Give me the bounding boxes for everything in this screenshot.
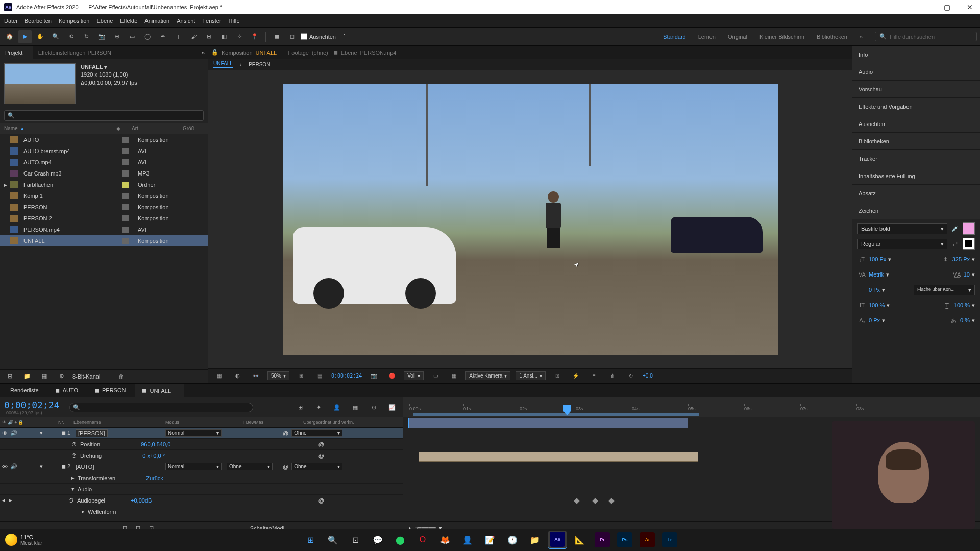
panel-info[interactable]: Info <box>852 46 980 63</box>
menu-effekte[interactable]: Effekte <box>120 18 137 24</box>
twirl-icon[interactable]: ▾ <box>40 463 43 470</box>
project-item[interactable]: AUTO bremst.mp4AVI <box>0 145 208 157</box>
motion-blur-icon[interactable]: ⊙ <box>367 400 380 414</box>
app-icon[interactable]: 👤 <box>458 531 477 549</box>
menu-animation[interactable]: Animation <box>144 18 169 24</box>
twirl-icon[interactable]: ▾ <box>40 430 43 436</box>
alpha-toggle-icon[interactable]: ▦ <box>212 369 226 383</box>
keyframe-nav-prev[interactable]: ◂ <box>2 497 5 504</box>
parent-dropdown[interactable]: Ohne▾ <box>291 463 342 470</box>
header-num[interactable]: Nr. <box>58 420 74 425</box>
resolution-dropdown[interactable]: Voll ▾ <box>404 371 424 380</box>
pickwhip-icon[interactable]: @ <box>318 453 324 459</box>
twirl-icon[interactable]: ▸ <box>82 508 85 515</box>
flowchart-back-icon[interactable]: ‹ <box>240 62 241 67</box>
workspace-more[interactable]: » <box>860 34 863 40</box>
app-icon[interactable]: 📐 <box>571 531 589 549</box>
transparency-icon[interactable]: ▦ <box>447 369 460 383</box>
leading-value[interactable]: 325 Px <box>952 256 970 262</box>
twirl-icon[interactable]: ▸ <box>4 182 10 188</box>
shy-icon[interactable]: 👤 <box>330 400 344 414</box>
snapshot-icon[interactable]: 📷 <box>367 369 380 383</box>
eye-icon[interactable]: 👁 <box>2 430 9 436</box>
vscale-value[interactable]: 100 % <box>869 302 885 308</box>
hand-tool[interactable]: ✋ <box>34 30 47 43</box>
project-item[interactable]: UNFALLKomposition <box>0 235 208 246</box>
pan-behind-tool[interactable]: ⊕ <box>110 30 124 43</box>
explorer-icon[interactable]: 📁 <box>526 531 544 549</box>
rotate-tool[interactable]: ↻ <box>80 30 93 43</box>
project-item[interactable]: PERSON.mp4AVI <box>0 224 208 235</box>
photoshop-icon[interactable]: Ps <box>616 531 634 549</box>
stroke-width-value[interactable]: 0 Px <box>869 287 880 293</box>
stroke-mode-dropdown[interactable]: Fläche über Kon...▾ <box>914 285 975 295</box>
footage-tab-label[interactable]: Footage <box>288 49 309 56</box>
lock-header-icon[interactable]: 🔒 <box>18 420 23 425</box>
pickwhip-icon[interactable]: @ <box>283 430 288 436</box>
layer-tab-label[interactable]: Ebene <box>341 49 357 56</box>
draft3d-icon[interactable]: ✦ <box>312 400 325 414</box>
blend-mode-dropdown[interactable]: Normal▾ <box>165 463 222 470</box>
project-search-input[interactable]: 🔍 <box>4 110 204 121</box>
bit-depth[interactable]: 8-Bit-Kanal <box>72 373 100 380</box>
grid-icon[interactable]: ⊞ <box>295 369 308 383</box>
property-waveform[interactable]: ▸ Wellenform <box>0 506 403 517</box>
property-transform[interactable]: ▸ Transformieren Zurück <box>0 472 403 484</box>
task-view-button[interactable]: ⊡ <box>346 531 364 549</box>
menu-bearbeiten[interactable]: Bearbeiten <box>24 18 52 24</box>
teams-icon[interactable]: 💬 <box>369 531 387 549</box>
keyframe-nav-next[interactable]: ▸ <box>9 497 12 504</box>
project-item[interactable]: PERSON 2Komposition <box>0 213 208 224</box>
layer-row-auto[interactable]: 👁🔊▾ ◼ 2 [AUTO] Normal▾ Ohne▾ @ Ohne▾ <box>0 461 403 472</box>
header-size[interactable]: Größ <box>183 126 194 131</box>
twirl-icon[interactable]: ▸ <box>71 474 75 481</box>
search-help-input[interactable]: 🔍 Hilfe durchsuchen <box>875 32 977 41</box>
parent-dropdown[interactable]: Ohne▾ <box>291 429 342 437</box>
roi-icon[interactable]: ▭ <box>429 369 442 383</box>
stopwatch-icon[interactable]: ⏱ <box>71 441 77 447</box>
zoom-dropdown[interactable]: 50% ▾ <box>267 371 289 380</box>
app-icon[interactable]: 📝 <box>481 531 499 549</box>
panel-tracker[interactable]: Tracker <box>852 150 980 167</box>
puppet-tool[interactable]: 📍 <box>248 30 261 43</box>
header-name[interactable]: Name <box>4 126 18 131</box>
tracking-value[interactable]: 10 <box>964 271 970 278</box>
keyframe-icon[interactable] <box>592 498 598 504</box>
glasses-icon[interactable]: 👓 <box>249 369 262 383</box>
twirl-icon[interactable]: ▾ <box>71 486 75 492</box>
stopwatch-icon[interactable]: ⏱ <box>68 497 74 504</box>
close-button[interactable]: ✕ <box>964 3 976 11</box>
search-button[interactable]: 🔍 <box>324 531 342 549</box>
panel-effekte[interactable]: Effekte und Vorgaben <box>852 98 980 115</box>
stopwatch-icon[interactable]: ⏱ <box>71 453 77 459</box>
trash-icon[interactable]: 🗑 <box>114 370 128 383</box>
premiere-icon[interactable]: Pr <box>593 531 611 549</box>
pickwhip-icon[interactable]: @ <box>283 464 288 470</box>
project-settings-icon[interactable]: ⚙ <box>55 370 68 383</box>
tab-project[interactable]: Projekt≡ <box>0 46 33 59</box>
eyedropper-icon[interactable]: 💉 <box>950 226 960 232</box>
project-item[interactable]: Komp 1Komposition <box>0 190 208 202</box>
eye-icon[interactable]: 👁 <box>2 464 9 470</box>
menu-ebene[interactable]: Ebene <box>96 18 113 24</box>
panel-vorschau[interactable]: Vorschau <box>852 81 980 98</box>
flowchart-person[interactable]: PERSON <box>249 62 270 67</box>
tab-person[interactable]: ◼PERSON <box>87 384 133 397</box>
fill-color-swatch[interactable] <box>963 222 975 235</box>
panel-bibliotheken[interactable]: Bibliotheken <box>852 133 980 150</box>
interpret-footage-icon[interactable]: ⊞ <box>3 370 16 383</box>
minimize-button[interactable]: — <box>917 3 930 11</box>
header-type[interactable]: Art <box>132 126 183 131</box>
trkmat-dropdown[interactable]: Ohne▾ <box>227 463 273 470</box>
whatsapp-icon[interactable]: ⬤ <box>391 531 409 549</box>
layer-row-person[interactable]: 👁🔊▾ ◼ 1 [PERSON] Normal▾ @ Ohne▾ <box>0 428 403 439</box>
property-audio-group[interactable]: ▾ Audio <box>0 484 403 495</box>
keyframe-icon[interactable] <box>574 498 579 504</box>
camera-dropdown[interactable]: Aktive Kamera ▾ <box>465 371 510 380</box>
tab-effect-controls[interactable]: Effekteinstellungen PERSON <box>33 46 116 59</box>
timeline-search-input[interactable]: 🔍 <box>69 403 253 412</box>
guides-icon[interactable]: ▤ <box>313 369 326 383</box>
swap-colors-icon[interactable]: ⇄ <box>950 241 960 247</box>
project-item[interactable]: AUTOKomposition <box>0 134 208 145</box>
eye-header-icon[interactable]: 👁 <box>2 420 7 425</box>
